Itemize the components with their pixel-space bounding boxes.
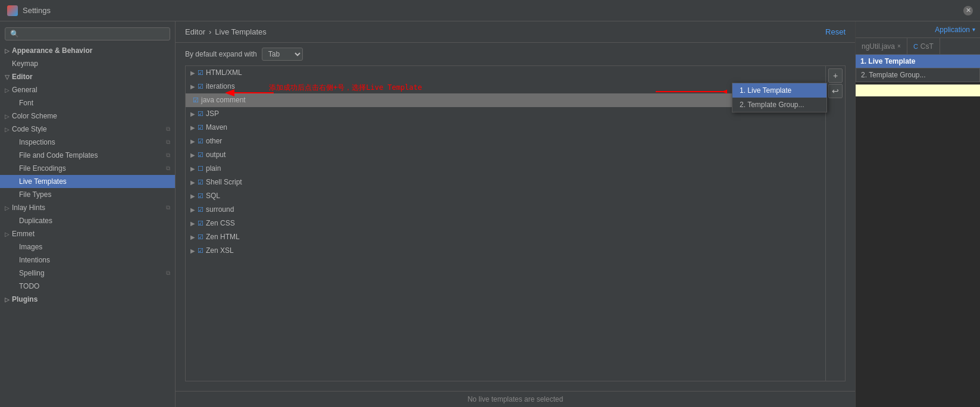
- sidebar-item-intentions[interactable]: Intentions: [0, 253, 175, 267]
- sidebar-item-file-encodings[interactable]: File Encodings ⧉: [0, 162, 175, 175]
- copy-icon: ⧉: [166, 139, 170, 146]
- ide-tabs: Application ▾: [856, 21, 980, 38]
- template-row-iterations[interactable]: ▶ ☑ iterations: [186, 80, 825, 93]
- template-name: output: [206, 151, 226, 159]
- template-row-other[interactable]: ▶ ☑ other: [186, 134, 825, 148]
- sidebar-item-live-templates[interactable]: Live Templates: [0, 175, 175, 188]
- copy-icon: ⧉: [166, 152, 170, 159]
- template-name: Zen XSL: [206, 246, 234, 255]
- dropdown-item-live-template[interactable]: 1. Live Template: [732, 83, 826, 98]
- checkbox-plain[interactable]: ☐: [198, 165, 203, 173]
- collapse-icon: ▷: [5, 126, 10, 133]
- ide-live-template-item[interactable]: 1. Live Template: [856, 55, 980, 68]
- template-row-output[interactable]: ▶ ☑ output: [186, 148, 825, 162]
- checkbox-other[interactable]: ☑: [198, 137, 203, 145]
- tab-app-dropdown[interactable]: Application ▾: [856, 21, 980, 37]
- expand-arrow: ▶: [190, 248, 195, 254]
- dropdown-item-template-group[interactable]: 2. Template Group...: [732, 98, 826, 112]
- sidebar-item-file-types[interactable]: File Types: [0, 188, 175, 201]
- status-bar: No live templates are selected: [176, 391, 855, 407]
- ide-panel: Application ▾ ngUtil.java × C CsT 1. Liv…: [855, 21, 980, 407]
- template-row-plain[interactable]: ▶ ☐ plain: [186, 162, 825, 176]
- settings-window: Settings ✕ ▷ Appearance & Behavior Keyma…: [0, 0, 980, 407]
- sidebar-label: TODO: [19, 282, 39, 290]
- expand-dropdown[interactable]: Tab Enter Space: [262, 48, 303, 61]
- collapse-icon: ▷: [5, 48, 10, 54]
- sidebar-label: Editor: [12, 73, 33, 81]
- title-bar: Settings ✕: [0, 0, 980, 21]
- checkbox-java-comment[interactable]: ☑: [193, 96, 199, 104]
- expand-arrow: ▶: [190, 70, 195, 76]
- sidebar-item-emmet[interactable]: ▷ Emmet: [0, 227, 175, 240]
- template-row-jsp[interactable]: ▶ ☑ JSP: [186, 107, 825, 121]
- sidebar-item-spelling[interactable]: Spelling ⧉: [0, 267, 175, 280]
- tab-close-icon[interactable]: ×: [897, 43, 901, 49]
- sidebar-item-images[interactable]: Images: [0, 240, 175, 253]
- undo-button[interactable]: ↩: [828, 84, 843, 98]
- search-input[interactable]: [5, 27, 170, 40]
- sidebar-item-keymap[interactable]: Keymap: [0, 57, 175, 70]
- collapse-icon: ▷: [5, 296, 10, 303]
- sidebar-item-duplicates[interactable]: Duplicates: [0, 214, 175, 227]
- expand-arrow: ▶: [190, 152, 195, 158]
- add-button[interactable]: +: [828, 68, 843, 83]
- checkbox-surround[interactable]: ☑: [198, 206, 203, 214]
- sidebar-item-plugins[interactable]: ▷ Plugins: [0, 293, 175, 306]
- templates-container: 添加成功后点击右侧+号，选择Live Template ▶: [185, 65, 846, 381]
- ide-tab-file1[interactable]: ngUtil.java ×: [856, 38, 907, 54]
- template-row-maven[interactable]: ▶ ☑ Maven: [186, 121, 825, 134]
- checkbox-zen-xsl[interactable]: ☑: [198, 247, 203, 255]
- checkbox-zen-html[interactable]: ☑: [198, 233, 203, 241]
- checkbox-sql[interactable]: ☑: [198, 192, 203, 200]
- dropdown-menu: 1. Live Template 2. Template Group...: [732, 83, 827, 112]
- sidebar-item-inlay-hints[interactable]: ▷ Inlay Hints ⧉: [0, 201, 175, 214]
- sidebar-item-color-scheme[interactable]: ▷ Color Scheme: [0, 109, 175, 123]
- close-button[interactable]: ✕: [963, 6, 973, 15]
- template-name: other: [206, 137, 222, 145]
- sidebar-item-todo[interactable]: TODO: [0, 280, 175, 293]
- template-name: iterations: [206, 82, 235, 90]
- sidebar-item-code-style[interactable]: ▷ Code Style ⧉: [0, 123, 175, 136]
- sidebar-item-font[interactable]: Font: [0, 96, 175, 109]
- template-row-zen-html[interactable]: ▶ ☑ Zen HTML: [186, 230, 825, 244]
- expand-label: By default expand with: [185, 50, 257, 58]
- checkbox-zen-css[interactable]: ☑: [198, 220, 203, 227]
- sidebar-item-editor[interactable]: ▽ Editor: [0, 70, 175, 83]
- checkbox-maven[interactable]: ☑: [198, 124, 203, 132]
- main-header: Editor › Live Templates Reset: [176, 21, 855, 43]
- collapse-icon: ▷: [5, 205, 10, 211]
- sidebar-label: Inspections: [19, 138, 55, 146]
- main-panel: Editor › Live Templates Reset By default…: [176, 21, 855, 407]
- template-name: HTML/XML: [206, 68, 242, 77]
- template-row-sql[interactable]: ▶ ☑ SQL: [186, 189, 825, 203]
- sidebar-item-inspections[interactable]: Inspections ⧉: [0, 136, 175, 149]
- expand-arrow: ▶: [190, 165, 195, 172]
- template-name: JSP: [206, 109, 219, 118]
- checkbox-shell[interactable]: ☑: [198, 179, 203, 186]
- template-name: Zen HTML: [206, 233, 240, 241]
- template-row-surround[interactable]: ▶ ☑ surround: [186, 203, 825, 217]
- checkbox-jsp[interactable]: ☑: [198, 110, 203, 118]
- sidebar-label: File and Code Templates: [19, 151, 98, 159]
- template-row-zen-xsl[interactable]: ▶ ☑ Zen XSL: [186, 244, 825, 258]
- sidebar: ▷ Appearance & Behavior Keymap ▽ Editor …: [0, 21, 176, 407]
- app-icon: [7, 5, 18, 16]
- sidebar-item-appearance[interactable]: ▷ Appearance & Behavior: [0, 44, 175, 57]
- template-name: plain: [206, 164, 221, 173]
- copy-icon: ⧉: [166, 165, 170, 172]
- ide-template-group-item[interactable]: 2. Template Group...: [856, 68, 980, 82]
- template-row-shell[interactable]: ▶ ☑ Shell Script: [186, 176, 825, 189]
- checkbox-output[interactable]: ☑: [198, 151, 203, 159]
- checkbox-iterations[interactable]: ☑: [198, 83, 203, 90]
- sidebar-item-file-code-templates[interactable]: File and Code Templates ⧉: [0, 149, 175, 162]
- template-row-zen-css[interactable]: ▶ ☑ Zen CSS: [186, 217, 825, 230]
- template-row-html[interactable]: ▶ ☑ HTML/XML: [186, 66, 825, 80]
- sidebar-item-general[interactable]: ▷ General: [0, 83, 175, 96]
- ide-tab-file2[interactable]: C CsT: [907, 38, 940, 54]
- template-row-java-comment[interactable]: ☑ java comment: [186, 93, 825, 107]
- checkbox-html[interactable]: ☑: [198, 69, 203, 77]
- reset-button[interactable]: Reset: [825, 27, 846, 36]
- expand-arrow: ▶: [190, 234, 195, 240]
- template-name: Maven: [206, 123, 227, 132]
- collapse-icon: ▷: [5, 113, 10, 120]
